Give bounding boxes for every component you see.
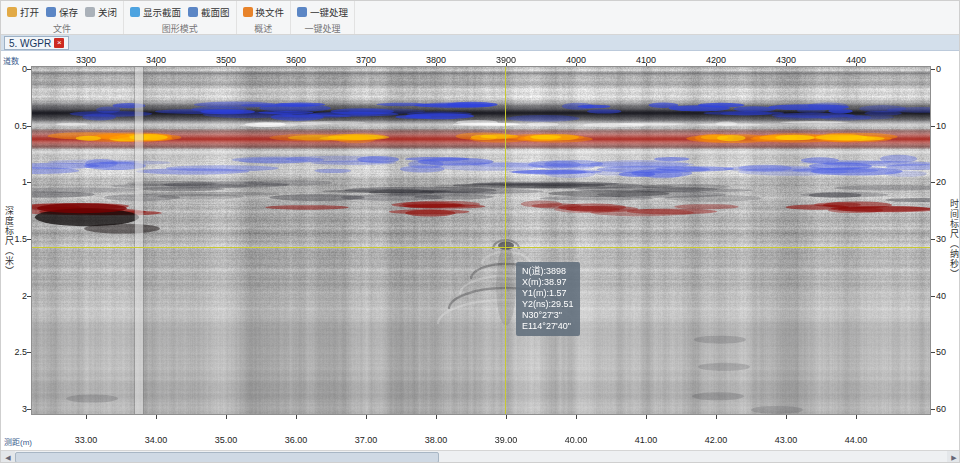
trace-tick-mark [646,63,647,66]
gpr-app-window: 打开保存关闭文件显示截面截面图图形模式换文件概述一键处理一键处理 5. WGPR… [0,0,960,463]
tab-label: 5. WGPR [9,38,51,49]
distance-tick-label: 37.00 [355,435,378,445]
bottom-axis-unit-label: 测距(m) [4,436,32,447]
time-tick-mark [931,409,935,410]
trace-tick-mark [226,63,227,66]
ribbon-button-label: 打开 [20,5,39,19]
time-tick-label: 50 [936,347,946,357]
distance-tick-label: 41.00 [635,435,658,445]
depth-tick-mark [27,409,31,410]
ribbon-button-row: 一键处理 [297,3,348,20]
switch-file-icon [243,7,253,17]
distance-tick-label: 43.00 [775,435,798,445]
depth-tick-mark [27,239,31,240]
depth-tick-mark [27,352,31,353]
time-tick-label: 30 [936,234,946,244]
time-tick-mark [931,126,935,127]
depth-tick-label: 2 [1,291,27,301]
scrollbar-thumb[interactable] [15,452,439,463]
ribbon-group: 打开保存关闭文件 [1,1,124,34]
one-key-process-button[interactable]: 一键处理 [297,5,348,19]
distance-tick-mark [296,415,297,419]
depth-tick-label: 2.5 [1,347,27,357]
distance-tick-mark [506,415,507,419]
distance-tick-label: 39.00 [495,435,518,445]
distance-tick-mark [226,415,227,419]
distance-tick-mark [156,415,157,419]
process-icon [297,7,307,17]
tab-wgpr[interactable]: 5. WGPR × [4,36,69,50]
tab-close-icon[interactable]: × [54,38,64,48]
crosshair-vertical-line [505,67,506,414]
time-tick-label: 0 [936,64,941,74]
distance-tick-mark [786,415,787,419]
trace-tick-mark [576,63,577,66]
distance-tick-mark [86,415,87,419]
open-folder-icon [7,7,17,17]
horizontal-scrollbar[interactable]: ◀ ▶ [1,450,960,463]
distance-tick-label: 36.00 [285,435,308,445]
trace-tick-mark [86,63,87,66]
distance-tick-mark [366,415,367,419]
tooltip-line: N30°27'3" [522,310,574,321]
distance-tick-label: 40.00 [565,435,588,445]
depth-tick-label: 0.5 [1,121,27,131]
ribbon-button-label: 一键处理 [310,5,348,19]
ribbon-group: 换文件概述 [237,1,292,34]
depth-tick-mark [27,69,31,70]
trace-tick-mark [156,63,157,66]
radargram-canvas[interactable] [31,66,931,415]
tooltip-line: Y2(ns):29.51 [522,299,574,310]
tooltip-line: X(m):38.97 [522,277,574,288]
ribbon-group: 显示截面截面图图形模式 [124,1,237,34]
scroll-left-arrow-icon[interactable]: ◀ [1,451,15,463]
distance-tick-label: 35.00 [215,435,238,445]
distance-tick-mark [576,415,577,419]
time-tick-mark [931,296,935,297]
ribbon-button-row: 显示截面截面图 [130,3,230,20]
ribbon-group-label: 一键处理 [297,21,348,34]
ribbon-button-label: 截面图 [201,5,230,19]
ribbon-group-label: 文件 [7,21,117,34]
section-display-icon [130,7,140,17]
show-section-button[interactable]: 显示截面 [130,5,181,19]
tooltip-line: N(道):3898 [522,266,574,277]
ribbon-button-label: 显示截面 [143,5,181,19]
time-tick-label: 20 [936,177,946,187]
distance-tick-label: 44.00 [845,435,868,445]
readout-tooltip: N(道):3898X(m):38.97Y1(m):1.57Y2(ns):29.5… [516,262,580,336]
depth-tick-mark [27,126,31,127]
section-image-button[interactable]: 截面图 [188,5,230,19]
scroll-right-arrow-icon[interactable]: ▶ [947,451,960,463]
close-file-icon [85,7,95,17]
ribbon-group-label: 概述 [243,21,285,34]
open-button[interactable]: 打开 [7,5,39,19]
time-tick-mark [931,69,935,70]
trace-tick-mark [716,63,717,66]
trace-tick-mark [856,63,857,66]
time-tick-mark [931,239,935,240]
trace-tick-mark [436,63,437,66]
tooltip-line: E114°27'40" [522,321,574,332]
distance-tick-mark [716,415,717,419]
section-image-icon [188,7,198,17]
scrollbar-track[interactable] [15,451,947,463]
tooltip-line: Y1(m):1.57 [522,288,574,299]
ribbon-button-label: 换文件 [256,5,285,19]
close-button[interactable]: 关闭 [85,5,117,19]
time-tick-label: 40 [936,291,946,301]
trace-tick-mark [296,63,297,66]
depth-tick-label: 0 [1,64,27,74]
distance-tick-mark [646,415,647,419]
distance-tick-label: 34.00 [145,435,168,445]
switch-file-button[interactable]: 换文件 [243,5,285,19]
ribbon-button-label: 保存 [59,5,78,19]
ribbon-button-row: 换文件 [243,3,285,20]
depth-tick-label: 1 [1,177,27,187]
ribbon-button-row: 打开保存关闭 [7,3,117,20]
time-tick-label: 10 [936,121,946,131]
save-button[interactable]: 保存 [46,5,78,19]
depth-tick-mark [27,182,31,183]
ribbon-group: 一键处理一键处理 [291,1,355,34]
document-tabbar: 5. WGPR × [1,35,960,51]
